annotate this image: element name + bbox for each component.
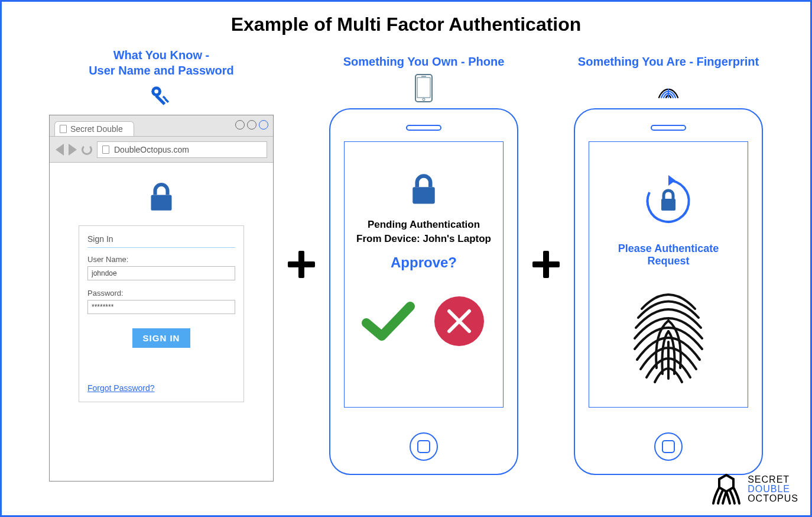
home-button[interactable] — [654, 432, 683, 461]
svg-rect-17 — [532, 261, 560, 267]
factor2-heading: Something You Own - Phone — [343, 54, 505, 69]
factor-own: Something You Own - Phone Pending Authen… — [329, 54, 518, 475]
brand-line1: SECRET — [748, 475, 798, 484]
password-input[interactable] — [87, 300, 235, 314]
password-label: Password: — [87, 289, 235, 298]
svg-rect-12 — [413, 187, 435, 203]
pending-text: Pending Authentication From Device: John… — [356, 218, 491, 246]
approve-label: Approve? — [391, 254, 457, 271]
signin-title: Sign In — [87, 234, 235, 248]
phone-mockup-approve: Pending Authentication From Device: John… — [329, 108, 518, 475]
svg-rect-7 — [288, 261, 315, 267]
reload-icon[interactable] — [82, 144, 92, 155]
forgot-password-link[interactable]: Forgot Password? — [87, 383, 155, 393]
svg-marker-22 — [719, 475, 733, 492]
octopus-icon — [711, 473, 742, 506]
fingerprint-small-icon — [655, 74, 681, 102]
back-icon[interactable] — [56, 144, 64, 156]
window-control-min[interactable] — [235, 120, 245, 130]
factor3-heading: Something You Are - Fingerprint — [578, 54, 759, 69]
reject-x-icon[interactable] — [433, 295, 486, 348]
lock-icon — [406, 172, 441, 207]
factors-row: What You Know - User Name and Password S… — [2, 47, 810, 482]
phone-speaker — [651, 125, 686, 131]
home-button[interactable] — [410, 432, 438, 461]
brand-line3: OCTOPUS — [748, 494, 798, 503]
key-icon — [149, 84, 174, 109]
lock-icon — [145, 180, 178, 214]
svg-rect-20 — [661, 199, 675, 211]
document-icon — [60, 125, 67, 133]
page-title: Example of Multi Factor Authentication — [2, 14, 810, 35]
signin-form: Sign In User Name: Password: SIGN IN For… — [79, 225, 244, 402]
plus-icon — [531, 250, 561, 279]
username-label: User Name: — [87, 255, 235, 264]
browser-body: Sign In User Name: Password: SIGN IN For… — [50, 163, 273, 414]
signin-button[interactable]: SIGN IN — [132, 328, 191, 348]
phone-screen: Pending Authentication From Device: John… — [344, 141, 504, 408]
browser-tab[interactable]: Secret Double — [54, 121, 134, 136]
factor-are: Something You Are - Fingerprint — [574, 54, 763, 475]
browser-tabbar: Secret Double — [50, 115, 273, 137]
lock-refresh-icon — [639, 172, 698, 231]
svg-point-10 — [423, 98, 425, 101]
forward-icon[interactable] — [69, 144, 77, 156]
decision-row — [362, 295, 486, 348]
tab-title: Secret Double — [70, 124, 123, 134]
phone-speaker — [406, 125, 441, 131]
svg-rect-11 — [421, 76, 426, 77]
brand-line2: DOUBLE — [748, 484, 798, 494]
authenticate-text: Please Authenticate Request — [599, 243, 738, 267]
factor1-heading-line2: User Name and Password — [89, 64, 234, 77]
window-controls — [235, 120, 268, 130]
brand-text: SECRET DOUBLE OCTOPUS — [748, 475, 798, 503]
window-control-close[interactable] — [259, 120, 268, 130]
svg-rect-9 — [417, 77, 430, 98]
address-bar[interactable]: DoubleOctopus.com — [97, 141, 267, 158]
url-text: DoubleOctopus.com — [114, 145, 189, 154]
username-input[interactable] — [87, 266, 235, 280]
browser-window: Secret Double DoubleOctopus.com — [49, 115, 274, 482]
phone-screen: Please Authenticate Request — [589, 141, 748, 408]
document-icon — [102, 146, 109, 154]
svg-rect-5 — [151, 195, 172, 211]
phone-icon — [415, 74, 433, 102]
window-control-max[interactable] — [247, 120, 256, 130]
phone-mockup-fingerprint: Please Authenticate Request — [574, 108, 763, 475]
approve-check-icon[interactable] — [362, 300, 415, 342]
pending-line1: Pending Authentication — [368, 219, 480, 230]
browser-toolbar: DoubleOctopus.com — [50, 137, 273, 163]
fingerprint-icon[interactable] — [624, 285, 713, 386]
pending-line2: From Device: John's Laptop — [356, 233, 491, 244]
factor-know: What You Know - User Name and Password S… — [49, 47, 274, 482]
factor1-heading-line1: What You Know - — [113, 49, 210, 62]
brand-logo: SECRET DOUBLE OCTOPUS — [711, 473, 798, 506]
svg-point-1 — [154, 89, 158, 93]
factor1-heading: What You Know - User Name and Password — [89, 47, 234, 78]
plus-icon — [287, 250, 316, 279]
svg-marker-19 — [668, 175, 675, 186]
